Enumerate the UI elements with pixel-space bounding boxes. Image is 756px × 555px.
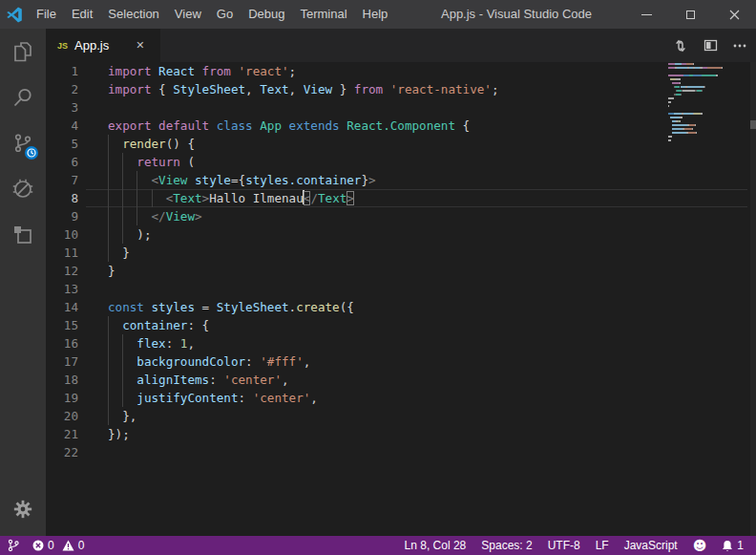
code-token: create: [296, 300, 340, 314]
menu-debug[interactable]: Debug: [241, 0, 292, 29]
line-number[interactable]: 10: [46, 225, 78, 244]
minimize-button[interactable]: [624, 0, 668, 29]
line-number[interactable]: 21: [46, 425, 78, 443]
menu-view[interactable]: View: [167, 0, 209, 29]
cursor-position[interactable]: Ln 8, Col 28: [405, 539, 467, 552]
git-branch-indicator[interactable]: [8, 539, 19, 552]
line-number[interactable]: 6: [46, 153, 78, 171]
line-number[interactable]: 17: [46, 352, 78, 371]
line-number[interactable]: 19: [46, 389, 78, 407]
code-token: [108, 318, 122, 332]
line-number[interactable]: 3: [46, 98, 78, 117]
code-token: 'center': [223, 373, 282, 387]
minimap[interactable]: [668, 63, 745, 147]
notifications-bell[interactable]: 1: [722, 539, 744, 552]
code-line[interactable]: backgroundColor: '#fff',: [108, 352, 756, 371]
indent-guide: [108, 171, 109, 189]
code-line[interactable]: [108, 443, 756, 461]
code-line[interactable]: export default class App extends React.C…: [108, 117, 756, 135]
line-number[interactable]: 1: [46, 62, 78, 80]
code-line[interactable]: container: {: [108, 316, 756, 334]
code-line[interactable]: render() {: [108, 135, 756, 153]
code-line[interactable]: alignItems: 'center',: [108, 371, 756, 389]
eol-sequence[interactable]: LF: [596, 539, 609, 552]
window-controls: [624, 0, 756, 29]
line-number[interactable]: 16: [46, 334, 78, 352]
menu-terminal[interactable]: Terminal: [292, 0, 354, 29]
code-line[interactable]: },: [108, 407, 756, 425]
feedback-smiley-icon[interactable]: ☻: [693, 538, 707, 553]
encoding[interactable]: UTF-8: [548, 539, 580, 552]
line-number[interactable]: 2: [46, 80, 78, 98]
sidebar-item-search[interactable]: [0, 75, 46, 120]
line-number[interactable]: 18: [46, 371, 78, 389]
code-line[interactable]: return (: [108, 153, 756, 171]
sync-icon[interactable]: [670, 35, 691, 56]
menu-edit[interactable]: Edit: [64, 0, 100, 29]
code-line[interactable]: });: [108, 425, 756, 443]
close-button[interactable]: [712, 0, 756, 29]
line-number[interactable]: 11: [46, 244, 78, 262]
line-number[interactable]: 5: [46, 135, 78, 153]
line-number[interactable]: 14: [46, 298, 78, 316]
indent-guide: [136, 189, 137, 207]
split-editor-icon[interactable]: [700, 35, 721, 56]
line-number[interactable]: 13: [46, 280, 78, 298]
indent-guide: [108, 371, 109, 389]
line-number[interactable]: 12: [46, 262, 78, 280]
line-number[interactable]: 15: [46, 316, 78, 334]
indent-guide: [108, 334, 109, 352]
code-token: 'react-native': [390, 82, 492, 96]
code-line[interactable]: import { StyleSheet, Text, View } from '…: [108, 80, 756, 98]
more-actions-icon[interactable]: [729, 35, 750, 56]
vscode-logo-icon[interactable]: [0, 0, 29, 29]
code-editor[interactable]: 12345678910111213141516171819202122 impo…: [46, 62, 756, 536]
maximize-button[interactable]: [668, 0, 712, 29]
code-token: [108, 137, 122, 151]
code-line[interactable]: justifyContent: 'center',: [108, 389, 756, 407]
line-number[interactable]: 7: [46, 171, 78, 189]
menu-go[interactable]: Go: [209, 0, 241, 29]
code-line[interactable]: const styles = StyleSheet.create({: [108, 298, 756, 316]
code-line[interactable]: );: [108, 225, 756, 244]
sidebar-item-extensions[interactable]: [0, 212, 46, 258]
line-number[interactable]: 20: [46, 407, 78, 425]
indentation[interactable]: Spaces: 2: [481, 539, 532, 552]
menu-file[interactable]: File: [29, 0, 64, 29]
code-line[interactable]: </View>: [108, 207, 756, 225]
code-line[interactable]: import React from 'react';: [108, 62, 756, 80]
code-token: :: [245, 354, 260, 369]
tab-close-icon[interactable]: ✕: [136, 39, 144, 52]
code-line[interactable]: }: [108, 262, 756, 280]
code-token: ({: [340, 300, 354, 314]
error-count[interactable]: 0: [32, 539, 54, 552]
vscode-window: FileEditSelectionViewGoDebugTerminalHelp…: [0, 0, 756, 555]
code-line[interactable]: }: [108, 244, 756, 262]
code-line[interactable]: <View style={styles.container}>: [108, 171, 756, 189]
language-mode[interactable]: JavaScript: [624, 539, 678, 552]
scrollbar-track[interactable]: [750, 62, 756, 536]
indent-guide: [122, 352, 123, 371]
code-line[interactable]: [108, 98, 756, 117]
line-number[interactable]: 8: [46, 189, 78, 207]
sidebar-item-debug[interactable]: [0, 166, 46, 212]
sidebar-item-explorer[interactable]: [0, 29, 46, 75]
code-line[interactable]: flex: 1,: [108, 334, 756, 352]
code-token: () {: [166, 137, 195, 151]
line-number[interactable]: 22: [46, 443, 78, 461]
settings-gear-icon[interactable]: [0, 486, 46, 532]
code-token: ,: [187, 336, 195, 351]
menu-help[interactable]: Help: [355, 0, 396, 29]
line-number[interactable]: 4: [46, 117, 78, 135]
code-token: },: [108, 409, 136, 423]
code-line[interactable]: [108, 280, 756, 298]
code-line[interactable]: <Text>Hallo Ilmenau</Text>: [108, 189, 756, 207]
menu-selection[interactable]: Selection: [100, 0, 166, 29]
scm-pending-badge: [25, 146, 38, 160]
tab-appjs[interactable]: JS App.js ✕: [46, 29, 160, 62]
warning-count[interactable]: 0: [62, 539, 85, 552]
sidebar-item-source-control[interactable]: [0, 120, 46, 166]
line-number[interactable]: 9: [46, 207, 78, 225]
code-token: ={: [231, 173, 245, 187]
indent-guide: [122, 171, 123, 189]
